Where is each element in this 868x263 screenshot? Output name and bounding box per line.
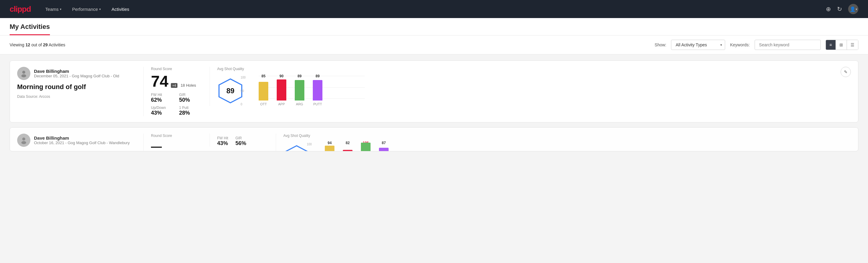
bar-putt-rect-2	[379, 148, 389, 151]
avatar-2	[17, 134, 30, 147]
avg-shot-value: 89	[226, 87, 235, 95]
user-date: December 05, 2021 - Gog Magog Golf Club …	[34, 74, 119, 78]
bar-arg-2: 106 ARG	[361, 141, 371, 151]
activity-type-select[interactable]: All Activity Types	[671, 40, 725, 50]
content: Dave Billingham December 05, 2021 - Gog …	[0, 55, 868, 162]
svg-point-3	[22, 138, 25, 141]
bar-putt-label: PUTT	[313, 102, 322, 106]
shot-quality-section: Avg Shot Quality 89 100	[217, 67, 365, 106]
oneputt-stat: 1 Putt 28%	[179, 106, 203, 116]
nav-item-teams[interactable]: Teams ▾	[45, 1, 61, 17]
gir-stat-2: GIR 56%	[236, 136, 246, 147]
gir-value-2: 56%	[236, 140, 246, 147]
card-stats: Round Score 74 +4 18 Holes FW Hit 62% GI…	[144, 67, 210, 116]
bar-arg-wrap	[295, 79, 304, 100]
viewing-total: 29	[43, 42, 48, 47]
page-title: My Activities	[10, 23, 50, 35]
card-shot-2: Avg Shot Quality 100 50 0	[276, 134, 438, 151]
bar-app-2: 82 APP	[343, 141, 352, 151]
chart-y-axis: 100 50 0	[241, 76, 246, 106]
nav-item-performance[interactable]: Performance ▾	[72, 1, 101, 17]
search-input[interactable]	[754, 40, 821, 50]
nav-right: ⊕ ↻ 👤 ▾	[826, 4, 858, 14]
nav-item-activities[interactable]: Activities	[112, 1, 129, 17]
y-label-100: 100	[241, 76, 246, 79]
card-edit: ✎	[841, 67, 851, 77]
hexagon-wrap: 89	[217, 78, 244, 104]
avatar-chevron: ▾	[856, 7, 857, 11]
view-grid-button[interactable]: ⊞	[836, 40, 847, 50]
edit-button[interactable]: ✎	[841, 67, 851, 77]
y-label-0: 0	[241, 103, 246, 106]
score-badge: +4	[171, 83, 178, 88]
oneputt-label: 1 Putt	[179, 106, 203, 110]
nav-activities-label: Activities	[112, 7, 129, 12]
bar-app: 90 APP	[277, 74, 286, 106]
hexagon-2	[283, 144, 310, 151]
user-info: Dave Billingham December 05, 2021 - Gog …	[34, 68, 119, 78]
card-stats-fw-2: FW Hit 43% GIR 56%	[210, 134, 276, 147]
nav-teams-chevron: ▾	[60, 7, 61, 11]
y-label-50: 50	[241, 89, 246, 93]
card-left: Dave Billingham December 05, 2021 - Gog …	[17, 67, 144, 99]
score-value: 74	[151, 74, 168, 89]
svg-point-1	[21, 74, 26, 77]
bar-arg-rect	[295, 80, 304, 100]
score-row: 74 +4 18 Holes	[151, 74, 203, 89]
bar-arg-label: ARG	[296, 102, 303, 106]
bar-ott-wrap-2	[325, 146, 335, 151]
nav-performance-label: Performance	[72, 7, 98, 12]
bar-app-label: APP	[278, 102, 285, 106]
nav-teams-label: Teams	[45, 7, 59, 12]
card-shot: Avg Shot Quality 89 100	[210, 67, 372, 106]
hexagon-wrap-2	[283, 144, 310, 151]
bar-ott-rect-2	[325, 146, 335, 151]
bar-arg-wrap-2	[361, 146, 371, 151]
data-source: Data Source: Arccos	[17, 94, 144, 99]
activity-type-select-wrapper: All Activity Types ▾	[671, 40, 725, 50]
oneputt-value: 28%	[179, 110, 203, 116]
gir-stat: GIR 50%	[179, 93, 203, 103]
bar-ott-label: OTT	[260, 102, 267, 106]
bar-ott: 85 OTT	[259, 74, 268, 106]
svg-marker-5	[285, 146, 308, 151]
view-list-detail-button[interactable]: ≡	[826, 40, 836, 50]
user-row-2: Dave Billingham October 16, 2021 - Gog M…	[17, 134, 144, 147]
add-icon[interactable]: ⊕	[826, 5, 831, 12]
show-label: Show:	[655, 42, 666, 47]
bar-putt-wrap-2	[379, 146, 389, 151]
toolbar: Viewing 12 out of 29 Activities Show: Al…	[0, 35, 868, 55]
bar-ott-wrap	[259, 79, 268, 100]
fw-hit-stat: FW Hit 62%	[151, 93, 175, 103]
refresh-icon[interactable]: ↻	[837, 5, 842, 12]
avatar-icon: 👤	[850, 6, 856, 12]
user-avatar[interactable]: 👤 ▾	[848, 4, 858, 14]
view-list-simple-button[interactable]: ☰	[847, 40, 858, 50]
gir-label-2: GIR	[236, 136, 246, 140]
bar-app-rect	[277, 80, 286, 100]
user-date-2: October 16, 2021 - Gog Magog Golf Club -…	[34, 141, 130, 145]
bar-arg-rect-2	[361, 143, 371, 151]
page-header: My Activities	[0, 18, 868, 35]
avatar	[17, 67, 30, 80]
bar-putt-rect	[313, 80, 322, 100]
bar-ott-val-2: 94	[328, 141, 332, 145]
updown-label: Up/Down	[151, 106, 175, 110]
nav-performance-chevron: ▾	[99, 7, 101, 11]
fw-hit-label-2: FW Hit	[217, 136, 228, 140]
round-score-label-2: Round Score	[151, 134, 203, 138]
activity-card: Dave Billingham December 05, 2021 - Gog …	[10, 60, 858, 122]
bar-ott-val: 85	[261, 74, 265, 78]
fw-hit-label: FW Hit	[151, 93, 175, 97]
avg-shot-label: Avg Shot Quality	[217, 67, 365, 71]
user-name-2: Dave Billingham	[34, 136, 130, 141]
bar-chart-inner-2: 94 OTT 82 APP	[325, 143, 431, 151]
user-name: Dave Billingham	[34, 68, 119, 74]
bar-chart-inner: 85 OTT 90	[259, 76, 365, 106]
keywords-label: Keywords:	[730, 42, 749, 47]
fw-hit-value-2: 43%	[217, 140, 228, 147]
stat-grid: FW Hit 62% GIR 50% Up/Down 43% 1 Putt 28…	[151, 93, 203, 116]
bar-putt-2: 87 PUTT	[379, 141, 389, 151]
bar-putt-val-2: 87	[382, 141, 385, 145]
bar-app-wrap-2	[343, 146, 352, 151]
